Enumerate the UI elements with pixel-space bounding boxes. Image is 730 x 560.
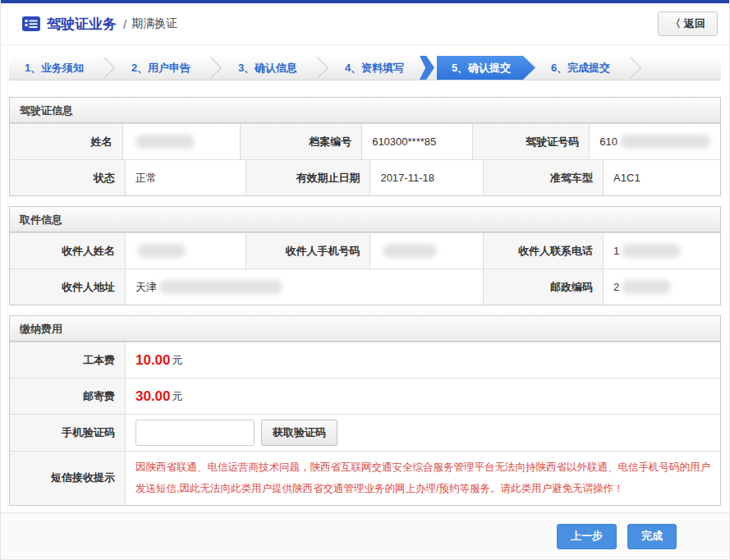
step-separator (626, 56, 642, 80)
breadcrumb-current: 期满换证 (131, 16, 177, 31)
recipient-mobile-label: 收件人手机号码 (246, 233, 370, 269)
fees-panel: 缴纳费用 工本费 10.00 元 邮寄费 30.00 元 手机验证码 获取验证码… (9, 315, 721, 506)
table-row: 状态 正常 有效期止日期 2017-11-18 准驾车型 A1C1 (10, 159, 720, 195)
step-4-label: 4、资料填写 (345, 61, 404, 76)
captcha-input[interactable] (135, 420, 255, 446)
vehicle-class-label: 准驾车型 (484, 160, 604, 195)
step-1-label: 1、业务须知 (25, 61, 84, 76)
step-6-complete-submit[interactable]: 6、完成提交 (535, 56, 626, 80)
step-separator (313, 56, 329, 80)
mailing-fee-unit: 元 (172, 389, 183, 404)
page: 驾驶证业务 / 期满换证 〈 返回 1、业务须知 2、用户申告 3、确认信息 4… (0, 0, 730, 560)
recipient-phone-value: 1 (604, 233, 720, 269)
postal-prefix: 2 (613, 281, 619, 293)
table-row: 收件人姓名 收件人手机号码 收件人联系电话 1 (10, 232, 720, 269)
table-row: 邮寄费 30.00 元 (10, 378, 720, 414)
status-label: 状态 (10, 160, 126, 195)
postal-code-label: 邮政编码 (484, 269, 604, 305)
step-5-label: 5、确认提交 (452, 61, 511, 76)
back-chevron-icon: 〈 (670, 16, 681, 31)
steps-bar: 1、业务须知 2、用户申告 3、确认信息 4、资料填写 5、确认提交 6、完成提… (9, 56, 721, 80)
redacted-phone (622, 244, 681, 258)
file-number-value: 610300****85 (362, 124, 472, 159)
production-fee-unit: 元 (172, 353, 183, 368)
pickup-info-panel: 取件信息 收件人姓名 收件人手机号码 收件人联系电话 1 收件人地址 天津 邮政… (9, 206, 721, 305)
recipient-address-value: 天津 (126, 269, 484, 305)
mailing-fee-value: 30.00 元 (126, 379, 720, 414)
license-card-icon (22, 16, 40, 31)
vehicle-class-value: A1C1 (604, 160, 720, 195)
production-fee-label: 工本费 (10, 342, 126, 378)
step-2-label: 2、用户申告 (131, 61, 191, 76)
table-row: 工本费 10.00 元 (10, 342, 720, 378)
step-3-label: 3、确认信息 (238, 61, 297, 76)
expiry-date-label: 有效期止日期 (246, 160, 370, 195)
production-fee-value: 10.00 元 (126, 342, 720, 378)
finish-button[interactable]: 完成 (627, 524, 677, 549)
redacted-recipient-name (138, 244, 186, 258)
previous-step-button[interactable]: 上一步 (557, 524, 617, 549)
step-5-confirm-submit-active[interactable]: 5、确认提交 (437, 56, 535, 80)
recipient-name-value (126, 233, 246, 269)
name-label: 姓名 (10, 124, 123, 159)
captcha-cell: 获取验证码 (126, 415, 720, 451)
license-info-title: 驾驶证信息 (10, 98, 720, 123)
redacted-address (159, 280, 282, 294)
license-number-value: 610 (590, 124, 720, 159)
license-info-panel: 驾驶证信息 姓名 档案编号 610300****85 驾驶证号码 610 状态 … (9, 97, 721, 196)
fees-title: 缴纳费用 (10, 316, 720, 342)
recipient-phone-label: 收件人联系电话 (484, 233, 604, 269)
address-prefix: 天津 (135, 280, 157, 295)
mailing-fee-label: 邮寄费 (10, 379, 126, 414)
table-row: 短信接收提示 因陕西省联通、电信运营商技术问题，陕西省互联网交通安全综合服务管理… (10, 451, 720, 505)
phone-prefix: 1 (613, 245, 619, 257)
step-4-fill-data[interactable]: 4、资料填写 (329, 56, 420, 80)
pickup-info-title: 取件信息 (10, 207, 720, 232)
redacted-postal-code (622, 280, 671, 294)
license-number-label: 驾驶证号码 (473, 124, 590, 159)
steps-bar-filler (642, 56, 721, 80)
sms-notice-text: 因陕西省联通、电信运营商技术问题，陕西省互联网交通安全综合服务管理平台无法向持陕… (135, 457, 710, 500)
step-1-business-notice[interactable]: 1、业务须知 (9, 56, 99, 80)
step-3-confirm-info[interactable]: 3、确认信息 (223, 56, 313, 80)
header: 驾驶证业务 / 期满换证 〈 返回 (1, 3, 729, 45)
license-number-prefix: 610 (599, 135, 618, 148)
recipient-mobile-value (370, 233, 484, 269)
footer-actions: 上一步 完成 (1, 512, 729, 559)
back-button[interactable]: 〈 返回 (658, 11, 718, 36)
table-row: 姓名 档案编号 610300****85 驾驶证号码 610 (10, 123, 720, 159)
active-step-arrow-icon (420, 56, 434, 80)
name-value (123, 124, 241, 159)
recipient-address-label: 收件人地址 (10, 269, 126, 305)
get-verification-code-button[interactable]: 获取验证码 (261, 420, 337, 446)
table-row: 手机验证码 获取验证码 (10, 414, 720, 451)
back-button-label: 返回 (684, 16, 705, 31)
sms-notice-label: 短信接收提示 (10, 452, 126, 505)
page-title: 驾驶证业务 (47, 15, 117, 34)
recipient-name-label: 收件人姓名 (10, 233, 126, 269)
captcha-label: 手机验证码 (10, 415, 126, 451)
breadcrumb-separator: / (123, 17, 126, 31)
step-separator (99, 56, 116, 80)
redacted-license-number (620, 135, 710, 149)
redacted-mobile (383, 244, 437, 258)
postal-code-value: 2 (604, 269, 720, 305)
sms-notice-cell: 因陕西省联通、电信运营商技术问题，陕西省互联网交通安全综合服务管理平台无法向持陕… (126, 452, 720, 505)
production-fee-amount: 10.00 (135, 352, 171, 369)
file-number-label: 档案编号 (241, 124, 362, 159)
step-separator (206, 56, 223, 80)
table-row: 收件人地址 天津 邮政编码 2 (10, 269, 720, 305)
step-2-user-declaration[interactable]: 2、用户申告 (116, 56, 206, 80)
step-6-label: 6、完成提交 (551, 61, 610, 76)
mailing-fee-amount: 30.00 (135, 388, 171, 405)
expiry-date-value: 2017-11-18 (370, 160, 484, 195)
redacted-name (135, 135, 195, 149)
status-value: 正常 (126, 160, 246, 195)
